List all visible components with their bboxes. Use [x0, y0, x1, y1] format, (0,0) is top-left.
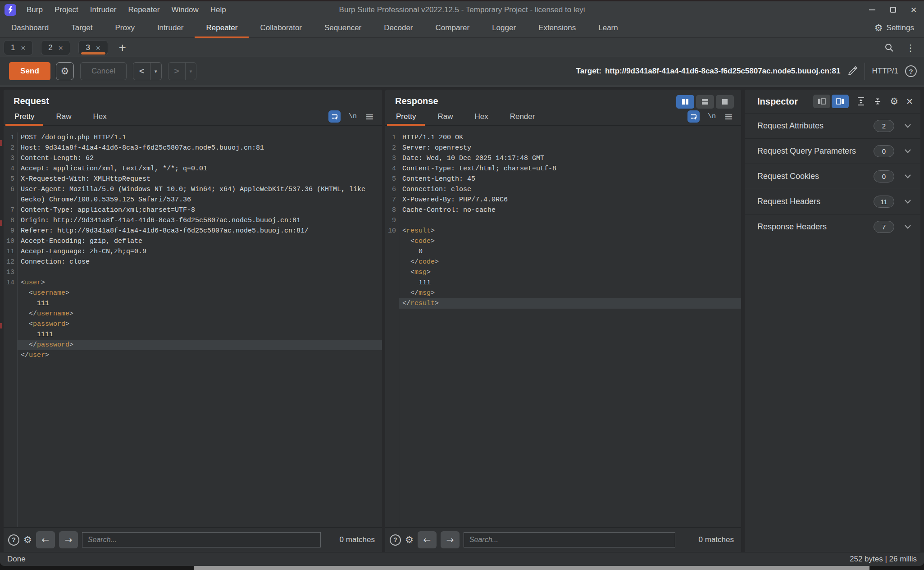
editor-line[interactable]: 3Content-Length: 62 — [4, 153, 382, 164]
request-tab-pretty[interactable]: Pretty — [4, 108, 45, 125]
editor-line[interactable]: 6User-Agent: Mozilla/5.0 (Windows NT 10.… — [4, 184, 382, 205]
menu-burp[interactable]: Burp — [21, 1, 49, 18]
editor-line[interactable]: 8Cache-Control: no-cache — [385, 205, 741, 215]
close-tab-icon[interactable]: × — [96, 44, 101, 51]
request-tab-hex[interactable]: Hex — [82, 108, 117, 125]
editor-line[interactable]: 0 — [385, 246, 741, 257]
inspector-settings-gear-icon[interactable]: ⚙ — [890, 96, 898, 107]
tab-learn[interactable]: Learn — [587, 18, 629, 37]
chevron-down-icon[interactable] — [904, 174, 911, 179]
kebab-menu-icon[interactable]: ⋮ — [906, 42, 915, 53]
editor-menu-icon[interactable]: ≡ — [365, 110, 374, 123]
editor-line[interactable]: 11Accept-Language: zh-CN,zh;q=0.9 — [4, 246, 382, 257]
editor-line[interactable]: 1HTTP/1.1 200 OK — [385, 132, 741, 143]
request-search-input[interactable] — [82, 532, 321, 547]
next-match-button[interactable]: → — [59, 531, 78, 548]
next-match-button[interactable]: → — [441, 531, 460, 548]
inspector-section-request-query-parameters[interactable]: Request Query Parameters0 — [745, 138, 920, 164]
request-editor[interactable]: 1POST /doLogin.php HTTP/1.12Host: 9d341a… — [4, 132, 382, 527]
editor-line[interactable]: 5Content-Length: 45 — [385, 174, 741, 184]
previous-response-split-button[interactable]: < ▾ — [133, 62, 162, 80]
editor-line[interactable]: </result> — [385, 298, 741, 309]
editor-line[interactable]: 7Content-Type: application/xml;charset=U… — [4, 205, 382, 215]
editor-line[interactable]: 14<user> — [4, 278, 382, 288]
chevron-down-icon[interactable] — [904, 149, 911, 154]
maximize-button[interactable] — [883, 1, 903, 18]
previous-dropdown-icon[interactable]: ▾ — [150, 63, 161, 80]
show-newlines-icon[interactable]: \n — [708, 113, 716, 120]
editor-line[interactable]: 3Date: Wed, 10 Dec 2025 14:17:48 GMT — [385, 153, 741, 164]
close-tab-icon[interactable]: × — [20, 44, 26, 51]
word-wrap-icon[interactable] — [328, 110, 341, 123]
dock-right-button[interactable] — [832, 95, 849, 108]
editor-line[interactable]: 10<result> — [385, 226, 741, 236]
editor-line[interactable]: 9Referer: http://9d341a8f-41a4-41d6-8ca3… — [4, 226, 382, 236]
tab-sequencer[interactable]: Sequencer — [313, 18, 373, 37]
search-icon[interactable] — [884, 43, 894, 53]
editor-line[interactable]: </code> — [385, 257, 741, 267]
response-editor[interactable]: 1HTTP/1.1 200 OK2Server: openresty3Date:… — [385, 132, 741, 527]
editor-line[interactable]: 9 — [385, 215, 741, 226]
response-tab-raw[interactable]: Raw — [427, 108, 464, 125]
search-settings-gear-icon[interactable]: ⚙ — [405, 534, 414, 545]
next-response-icon[interactable]: > — [168, 63, 185, 80]
send-settings-button[interactable]: ⚙ — [56, 62, 74, 80]
tab-comparer[interactable]: Comparer — [424, 18, 481, 37]
inspector-section-request-attributes[interactable]: Request Attributes2 — [745, 113, 920, 138]
tab-collaborator[interactable]: Collaborator — [249, 18, 313, 37]
next-response-split-button[interactable]: > ▾ — [168, 62, 197, 80]
editor-line[interactable]: 4Content-Type: text/html; charset=utf-8 — [385, 164, 741, 174]
chevron-down-icon[interactable] — [904, 224, 911, 229]
editor-line[interactable]: 12Connection: close — [4, 257, 382, 267]
tab-extensions[interactable]: Extensions — [527, 18, 587, 37]
inspector-section-request-headers[interactable]: Request Headers11 — [745, 189, 920, 214]
close-tab-icon[interactable]: × — [58, 44, 64, 51]
tab-logger[interactable]: Logger — [481, 18, 527, 37]
edit-target-pencil-icon[interactable] — [847, 66, 858, 77]
editor-line[interactable]: 1POST /doLogin.php HTTP/1.1 — [4, 132, 382, 143]
menu-help[interactable]: Help — [205, 1, 232, 18]
layout-columns-button[interactable] — [676, 95, 694, 109]
layout-rows-button[interactable] — [696, 95, 714, 109]
request-tab-raw[interactable]: Raw — [45, 108, 82, 125]
editor-line[interactable]: <username> — [4, 288, 382, 298]
editor-line[interactable]: 6Connection: close — [385, 184, 741, 195]
next-dropdown-icon[interactable]: ▾ — [185, 63, 196, 80]
word-wrap-icon[interactable] — [687, 110, 700, 123]
chevron-down-icon[interactable] — [904, 199, 911, 204]
tab-intruder[interactable]: Intruder — [146, 18, 195, 37]
menu-intruder[interactable]: Intruder — [84, 1, 123, 18]
inspector-close-icon[interactable]: ✕ — [906, 96, 913, 106]
cancel-button[interactable]: Cancel — [80, 62, 127, 80]
editor-line[interactable]: 2Host: 9d341a8f-41a4-41d6-8ca3-f6d25c580… — [4, 143, 382, 153]
editor-menu-icon[interactable]: ≡ — [724, 110, 733, 123]
minimize-button[interactable] — [862, 1, 883, 18]
previous-response-icon[interactable]: < — [133, 63, 150, 80]
layout-single-button[interactable] — [716, 95, 734, 109]
tab-decoder[interactable]: Decoder — [373, 18, 424, 37]
send-button[interactable]: Send — [9, 62, 50, 80]
editor-line[interactable]: <msg> — [385, 267, 741, 278]
editor-line[interactable]: <code> — [385, 236, 741, 246]
editor-line[interactable]: <password> — [4, 319, 382, 329]
search-settings-gear-icon[interactable]: ⚙ — [23, 534, 32, 545]
editor-line[interactable]: 13 — [4, 267, 382, 278]
response-search-input[interactable] — [464, 532, 675, 547]
http-version-help-icon[interactable]: ? — [905, 65, 917, 77]
response-tab-pretty[interactable]: Pretty — [385, 108, 427, 125]
editor-line[interactable]: 111 — [385, 278, 741, 288]
new-repeater-tab-button[interactable]: + — [119, 41, 126, 55]
inspector-section-response-headers[interactable]: Response Headers7 — [745, 214, 920, 239]
menu-project[interactable]: Project — [49, 1, 84, 18]
tab-proxy[interactable]: Proxy — [104, 18, 146, 37]
tab-target[interactable]: Target — [60, 18, 104, 37]
tab-dashboard[interactable]: Dashboard — [0, 18, 60, 37]
editor-line[interactable]: 1111 — [4, 329, 382, 340]
editor-line[interactable]: </password> — [4, 340, 382, 350]
show-newlines-icon[interactable]: \n — [349, 113, 357, 120]
inspector-section-request-cookies[interactable]: Request Cookies0 — [745, 164, 920, 189]
tab-repeater[interactable]: Repeater — [195, 18, 249, 37]
settings-button[interactable]: ⚙ Settings — [874, 18, 924, 37]
repeater-tab-1[interactable]: 1× — [4, 40, 33, 55]
expand-all-icon[interactable] — [856, 97, 865, 106]
